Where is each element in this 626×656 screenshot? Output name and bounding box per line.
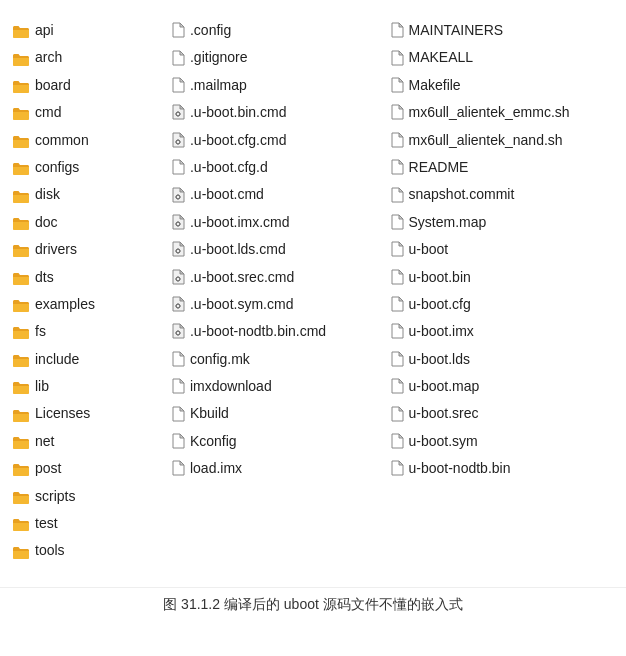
folder-item[interactable]: drivers [10, 237, 169, 261]
file-item[interactable]: load.imx [169, 456, 388, 480]
file-name: Kconfig [190, 430, 237, 452]
file-item[interactable]: u-boot.bin [388, 265, 616, 289]
folder-icon [12, 407, 30, 421]
file-item[interactable]: MAKEALL [388, 45, 616, 69]
file-item[interactable]: Makefile [388, 73, 616, 97]
file-name: snapshot.commit [409, 183, 515, 205]
folder-name: lib [35, 375, 49, 397]
folder-item[interactable]: cmd [10, 100, 169, 124]
folder-icon [12, 133, 30, 147]
folder-item[interactable]: doc [10, 210, 169, 234]
file-name: imxdownload [190, 375, 272, 397]
file-icon [390, 22, 404, 38]
folder-icon [12, 242, 30, 256]
file-icon [390, 433, 404, 449]
folder-item[interactable]: net [10, 429, 169, 453]
file-item[interactable]: u-boot.cfg [388, 292, 616, 316]
file-icon [390, 378, 404, 394]
folder-item[interactable]: api [10, 18, 169, 42]
folder-icon [12, 160, 30, 174]
file-item[interactable]: .u-boot.cfg.cmd [169, 128, 388, 152]
file-item[interactable]: Kconfig [169, 429, 388, 453]
file-name: MAKEALL [409, 46, 474, 68]
file-icon [390, 323, 404, 339]
folder-name: post [35, 457, 61, 479]
file-item[interactable]: mx6ull_alientek_nand.sh [388, 128, 616, 152]
file-item[interactable]: .u-boot.cfg.d [169, 155, 388, 179]
file-icon [390, 187, 404, 203]
file-item[interactable]: System.map [388, 210, 616, 234]
file-item[interactable]: u-boot.imx [388, 319, 616, 343]
folder-name: test [35, 512, 58, 534]
folder-item[interactable]: board [10, 73, 169, 97]
file-item[interactable]: README [388, 155, 616, 179]
file-item[interactable]: u-boot [388, 237, 616, 261]
file-item[interactable]: .u-boot.cmd [169, 182, 388, 206]
file-item[interactable]: .u-boot.sym.cmd [169, 292, 388, 316]
file-item[interactable]: Kbuild [169, 401, 388, 425]
folder-name: dts [35, 266, 54, 288]
file-item[interactable]: snapshot.commit [388, 182, 616, 206]
folder-icon [12, 352, 30, 366]
folder-item[interactable]: examples [10, 292, 169, 316]
file-icon [171, 296, 185, 312]
folder-icon [12, 78, 30, 92]
folder-item[interactable]: arch [10, 45, 169, 69]
file-item[interactable]: u-boot.srec [388, 401, 616, 425]
folder-item[interactable]: configs [10, 155, 169, 179]
folder-name: disk [35, 183, 60, 205]
file-item[interactable]: .config [169, 18, 388, 42]
file-item[interactable]: mx6ull_alientek_emmc.sh [388, 100, 616, 124]
folder-icon [12, 23, 30, 37]
folder-item[interactable]: disk [10, 182, 169, 206]
folder-name: board [35, 74, 71, 96]
folder-item[interactable]: tools [10, 538, 169, 562]
file-name: u-boot.imx [409, 320, 474, 342]
file-icon [390, 296, 404, 312]
folder-item[interactable]: lib [10, 374, 169, 398]
file-name: load.imx [190, 457, 242, 479]
folder-item[interactable]: fs [10, 319, 169, 343]
file-item[interactable]: MAINTAINERS [388, 18, 616, 42]
file-icon [390, 77, 404, 93]
file-name: u-boot.lds [409, 348, 470, 370]
file-item[interactable]: .gitignore [169, 45, 388, 69]
file-icon [390, 132, 404, 148]
file-item[interactable]: u-boot.map [388, 374, 616, 398]
file-name: mx6ull_alientek_nand.sh [409, 129, 563, 151]
folder-icon [12, 105, 30, 119]
file-item[interactable]: u-boot.sym [388, 429, 616, 453]
file-icon [171, 323, 185, 339]
file-item[interactable]: u-boot.lds [388, 347, 616, 371]
file-icon [171, 104, 185, 120]
folder-icon [12, 188, 30, 202]
folder-item[interactable]: scripts [10, 484, 169, 508]
file-name: Kbuild [190, 402, 229, 424]
file-name: u-boot.sym [409, 430, 478, 452]
folder-item[interactable]: Licenses [10, 401, 169, 425]
folder-item[interactable]: include [10, 347, 169, 371]
folder-item[interactable]: common [10, 128, 169, 152]
file-item[interactable]: config.mk [169, 347, 388, 371]
folder-name: tools [35, 539, 65, 561]
file-name: u-boot.map [409, 375, 480, 397]
file-item[interactable]: .u-boot.srec.cmd [169, 265, 388, 289]
file-icon [390, 351, 404, 367]
file-icon [171, 159, 185, 175]
file-name: mx6ull_alientek_emmc.sh [409, 101, 570, 123]
folder-name: doc [35, 211, 58, 233]
file-item[interactable]: imxdownload [169, 374, 388, 398]
file-item[interactable]: .mailmap [169, 73, 388, 97]
folder-item[interactable]: post [10, 456, 169, 480]
folder-item[interactable]: dts [10, 265, 169, 289]
file-item[interactable]: u-boot-nodtb.bin [388, 456, 616, 480]
file-item[interactable]: .u-boot.imx.cmd [169, 210, 388, 234]
folder-item[interactable]: test [10, 511, 169, 535]
file-icon [390, 214, 404, 230]
file-item[interactable]: .u-boot-nodtb.bin.cmd [169, 319, 388, 343]
file-icon [171, 351, 185, 367]
file-icon [171, 77, 185, 93]
file-item[interactable]: .u-boot.bin.cmd [169, 100, 388, 124]
file-name: Makefile [409, 74, 461, 96]
file-item[interactable]: .u-boot.lds.cmd [169, 237, 388, 261]
